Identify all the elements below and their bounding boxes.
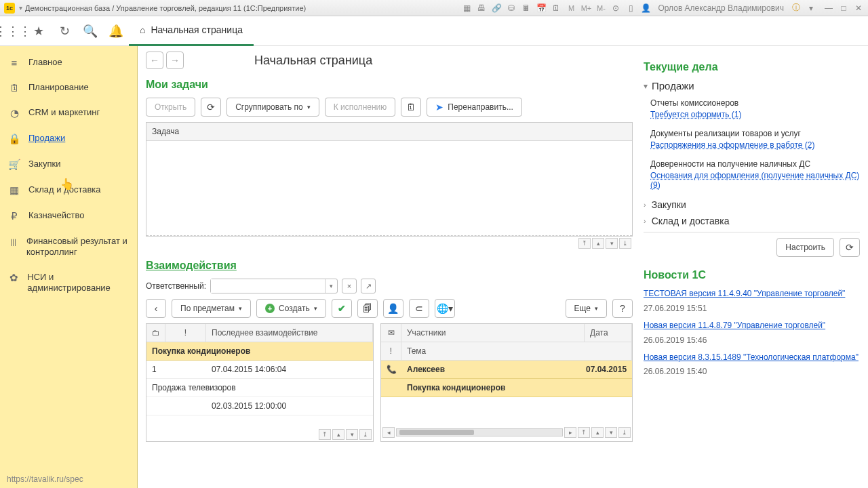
- sidebar-item-planning[interactable]: 🗓Планирование: [0, 75, 137, 100]
- scroll-top-icon[interactable]: ⤒: [319, 429, 331, 440]
- apps-icon[interactable]: ⋮⋮⋮: [0, 16, 26, 46]
- table-row[interactable]: Покупка кондиционеров: [146, 342, 373, 361]
- sidebar-item-purchases[interactable]: 🛒Закупки: [0, 152, 137, 178]
- tasks-table-column[interactable]: Задача: [146, 123, 632, 141]
- affairs-item: Документы реализации товаров и услуг Рас…: [644, 129, 860, 150]
- responsible-clear-button[interactable]: ×: [342, 279, 357, 293]
- scroll-bottom-icon[interactable]: ⤓: [359, 429, 372, 440]
- copy-button[interactable]: 🗐: [357, 299, 378, 318]
- affairs-cat-sales[interactable]: ▾ Продажи: [644, 80, 860, 92]
- responsible-open-button[interactable]: ↗: [361, 279, 376, 293]
- affairs-cat-warehouse[interactable]: ›Склад и доставка: [644, 216, 860, 226]
- calendar-icon[interactable]: 📅: [536, 3, 547, 14]
- tab-home[interactable]: ⌂ Начальная страница: [129, 16, 254, 46]
- create-button[interactable]: +Создать▾: [256, 299, 326, 318]
- close-icon[interactable]: ✕: [853, 3, 864, 14]
- save-db-icon[interactable]: ⛁: [506, 3, 517, 14]
- col-date[interactable]: Дата: [585, 324, 632, 342]
- preview-icon[interactable]: ▦: [461, 3, 472, 14]
- sidebar-item-sales[interactable]: 🔒Продажи: [0, 126, 137, 152]
- tasks-calendar-button[interactable]: 🗓: [401, 98, 421, 117]
- nav-forward-button[interactable]: →: [166, 52, 184, 69]
- more-button[interactable]: Еще▾: [566, 299, 607, 318]
- affairs-link[interactable]: Основания для оформления (получение нали…: [650, 171, 860, 190]
- help-book-icon[interactable]: ▯: [625, 3, 636, 14]
- collapse-left-button[interactable]: ‹: [146, 299, 166, 318]
- tasks-execute-button[interactable]: К исполнению: [325, 98, 396, 117]
- table-row[interactable]: 📞 Алексеев 07.04.2015: [381, 361, 632, 379]
- minimize-icon[interactable]: —: [823, 3, 834, 14]
- col-priority2[interactable]: !: [381, 342, 401, 361]
- table-row[interactable]: 1 07.04.2015 14:06:04: [146, 361, 373, 379]
- scroll-left-icon[interactable]: ◂: [382, 427, 395, 438]
- sidebar-item-crm[interactable]: ◔CRM и маркетинг: [0, 100, 137, 126]
- col-participants[interactable]: Участники: [401, 324, 585, 342]
- date-icon[interactable]: 🗓: [551, 3, 561, 14]
- sidebar-item-warehouse[interactable]: ▦Склад и доставка: [0, 178, 137, 203]
- print-icon[interactable]: 🖶: [476, 3, 487, 14]
- interactions-heading[interactable]: Взаимодействия: [146, 260, 633, 272]
- news-link[interactable]: ТЕСТОВАЯ версия 11.4.9.40 "Управление то…: [644, 288, 860, 300]
- current-user[interactable]: Орлов Александр Владимирович: [658, 3, 784, 14]
- options-icon[interactable]: ⊙: [610, 3, 621, 14]
- table-row[interactable]: 02.03.2015 12:00:00: [146, 397, 373, 415]
- grab-button[interactable]: ⊂: [409, 299, 429, 318]
- responsible-dropdown[interactable]: ▾: [325, 279, 337, 293]
- nav-back-button[interactable]: ←: [146, 52, 163, 69]
- sidebar-item-main[interactable]: ≡Главное: [0, 50, 137, 75]
- col-last-interaction[interactable]: Последнее взаимодействие: [206, 324, 373, 342]
- responsible-input[interactable]: [211, 279, 325, 293]
- info-dd[interactable]: ▾: [806, 3, 816, 14]
- scroll-up-icon[interactable]: ▴: [592, 238, 604, 249]
- scroll-down-icon[interactable]: ▾: [346, 429, 358, 440]
- affairs-link[interactable]: Требуется оформить (1): [650, 110, 741, 119]
- tasks-redirect-button[interactable]: ➤Перенаправить...: [427, 98, 522, 117]
- scroll-top-icon[interactable]: ⤒: [578, 427, 590, 438]
- responsible-field[interactable]: ▾: [210, 279, 338, 293]
- col-icon[interactable]: 🗀: [146, 324, 165, 342]
- m-minus-icon[interactable]: M-: [595, 3, 606, 14]
- table-row[interactable]: Покупка кондиционеров: [381, 379, 632, 397]
- mark-done-button[interactable]: ✔: [332, 299, 352, 318]
- help-button[interactable]: ?: [612, 299, 633, 318]
- h-scrollbar[interactable]: [396, 428, 563, 436]
- history-icon[interactable]: ↻: [52, 16, 77, 46]
- scroll-down-icon[interactable]: ▾: [606, 238, 618, 249]
- scroll-right-icon[interactable]: ▸: [564, 427, 576, 438]
- sidebar-item-finance[interactable]: ⫼Финансовый результат и контроллинг: [0, 229, 137, 265]
- globe-dropdown-button[interactable]: 🌐▾: [435, 299, 455, 318]
- affairs-link[interactable]: Распоряжения на оформление в работе (2): [650, 140, 815, 150]
- link-icon[interactable]: 🔗: [491, 3, 502, 14]
- news-link[interactable]: Новая версия 8.3.15.1489 "Технологическа…: [644, 352, 860, 363]
- sidebar-item-treasury[interactable]: ₽Казначейство: [0, 203, 137, 229]
- search-icon[interactable]: 🔍: [77, 16, 103, 46]
- m-icon[interactable]: M: [566, 3, 576, 14]
- affairs-cat-purchases[interactable]: ›Закупки: [644, 199, 860, 210]
- system-menu-dd[interactable]: ▾: [19, 4, 22, 12]
- col-priority[interactable]: !: [165, 324, 206, 342]
- scroll-bottom-icon[interactable]: ⤓: [619, 238, 631, 249]
- user-button[interactable]: 👤: [383, 299, 403, 318]
- scroll-top-icon[interactable]: ⤒: [578, 238, 591, 249]
- tasks-open-button[interactable]: Открыть: [146, 98, 195, 117]
- col-theme[interactable]: Тема: [401, 342, 632, 361]
- sidebar-item-nsi[interactable]: ✿НСИ и администрирование: [0, 265, 137, 301]
- calc-icon[interactable]: 🖩: [521, 3, 532, 14]
- tasks-refresh-button[interactable]: ⟳: [201, 98, 221, 117]
- scroll-bottom-icon[interactable]: ⤓: [618, 427, 631, 438]
- configure-button[interactable]: Настроить: [776, 238, 834, 257]
- maximize-icon[interactable]: □: [838, 3, 849, 14]
- m-plus-icon[interactable]: M+: [580, 3, 591, 14]
- table-row[interactable]: Продажа телевизоров: [146, 379, 373, 397]
- col-mail-icon[interactable]: ✉: [381, 324, 401, 342]
- scroll-up-icon[interactable]: ▴: [332, 429, 344, 440]
- affairs-refresh-button[interactable]: ⟳: [840, 238, 860, 257]
- by-subjects-button[interactable]: По предметам▾: [172, 299, 251, 318]
- scroll-up-icon[interactable]: ▴: [591, 427, 604, 438]
- tasks-group-button[interactable]: Сгруппировать по▾: [226, 98, 319, 117]
- info-icon[interactable]: ⓘ: [791, 3, 802, 14]
- news-link[interactable]: Новая версия 11.4.8.79 "Управление торго…: [644, 320, 860, 331]
- star-icon[interactable]: ★: [26, 16, 52, 46]
- scroll-down-icon[interactable]: ▾: [605, 427, 617, 438]
- bell-icon[interactable]: 🔔: [103, 16, 129, 46]
